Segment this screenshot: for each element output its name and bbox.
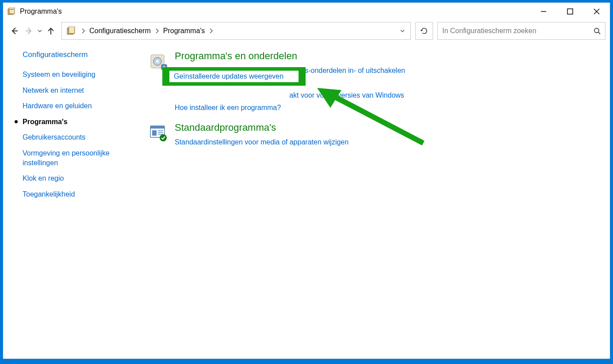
address-dropdown[interactable] xyxy=(396,28,409,34)
sidebar-item-accessibility[interactable]: Toegankelijkheid xyxy=(23,190,145,199)
breadcrumb-separator-icon[interactable] xyxy=(153,28,161,34)
svg-line-22 xyxy=(330,95,423,143)
address-bar[interactable]: Configuratiescherm Programma's xyxy=(61,22,411,40)
svg-point-13 xyxy=(156,60,159,63)
svg-rect-2 xyxy=(10,9,14,10)
titlebar: Programma's xyxy=(3,3,610,20)
history-dropdown[interactable] xyxy=(36,28,44,34)
link-how-install[interactable]: Hoe installeer ik een programma? xyxy=(175,104,281,111)
svg-rect-16 xyxy=(150,126,165,129)
sidebar-item-hardware[interactable]: Hardware en geluiden xyxy=(23,101,145,111)
svg-line-10 xyxy=(598,32,600,34)
sidebar-item-system[interactable]: Systeem en beveiliging xyxy=(23,70,145,80)
svg-rect-8 xyxy=(69,27,74,34)
sidebar-item-accounts[interactable]: Gebruikersaccounts xyxy=(23,133,145,142)
default-programs-icon xyxy=(149,124,169,143)
back-button[interactable] xyxy=(8,23,22,39)
breadcrumb-current[interactable]: Programma's xyxy=(161,25,207,37)
link-view-installed-updates[interactable]: Geïnstalleerde updates weergeven xyxy=(169,71,299,82)
annotation-highlight-box: Geïnstalleerde updates weergeven xyxy=(162,67,306,86)
svg-rect-1 xyxy=(9,8,15,14)
main-panel: Programma's en onderdelen Een programma … xyxy=(145,50,610,205)
svg-rect-17 xyxy=(152,130,157,136)
sidebar-item-programs[interactable]: Programma's xyxy=(23,117,145,127)
maximize-button[interactable] xyxy=(557,3,583,20)
content-body: Configuratiescherm Systeem en beveiligin… xyxy=(3,42,610,205)
app-icon xyxy=(8,8,15,15)
toolbar: Configuratiescherm Programma's xyxy=(3,20,610,42)
control-panel-window: Programma's xyxy=(3,2,610,359)
section-heading-programs[interactable]: Programma's en onderdelen xyxy=(175,50,405,62)
svg-point-9 xyxy=(594,28,599,33)
window-controls xyxy=(530,3,610,20)
search-icon[interactable] xyxy=(594,27,601,34)
search-box[interactable] xyxy=(437,22,605,40)
window-title: Programma's xyxy=(20,8,62,15)
sidebar: Configuratiescherm Systeem en beveiligin… xyxy=(3,50,145,205)
close-button[interactable] xyxy=(583,3,610,20)
svg-rect-4 xyxy=(567,9,573,14)
sidebar-home-link[interactable]: Configuratiescherm xyxy=(23,50,145,59)
forward-button[interactable] xyxy=(22,23,36,39)
location-icon xyxy=(66,26,76,36)
sidebar-item-clock[interactable]: Klok en regio xyxy=(23,174,145,183)
breadcrumb-separator-icon[interactable] xyxy=(207,28,215,34)
sidebar-item-appearance[interactable]: Vormgeving en persoonlijke instellingen xyxy=(23,148,124,167)
up-button[interactable] xyxy=(44,23,58,39)
breadcrumb-root[interactable]: Configuratiescherm xyxy=(88,25,153,37)
svg-point-21 xyxy=(160,134,167,141)
refresh-button[interactable] xyxy=(415,22,433,40)
annotation-arrow xyxy=(313,86,428,148)
search-input[interactable] xyxy=(442,27,594,35)
sidebar-item-network[interactable]: Netwerk en internet xyxy=(23,86,145,95)
breadcrumb-separator-icon[interactable] xyxy=(79,28,88,34)
minimize-button[interactable] xyxy=(530,3,557,20)
